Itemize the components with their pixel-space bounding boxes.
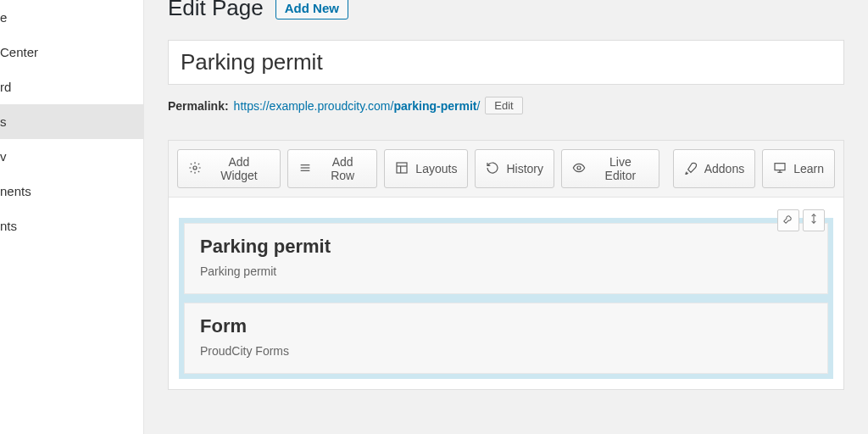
sidebar-item[interactable]: v	[0, 139, 143, 174]
sidebar-item[interactable]: nts	[0, 209, 143, 243]
add-widget-button[interactable]: Add Widget	[177, 149, 281, 188]
admin-sidebar: e Center rd s v nents nts	[0, 0, 144, 434]
permalink-slug: parking-permit	[393, 99, 476, 113]
permalink-link[interactable]: https://example.proudcity.com/parking-pe…	[234, 99, 481, 113]
toolbar-label: Add Row	[319, 155, 366, 182]
builder-toolbar: Add Widget Add Row Layouts History Live …	[169, 141, 843, 198]
sidebar-item[interactable]: nents	[0, 174, 143, 209]
gear-icon	[188, 161, 202, 177]
widget-title: Form	[200, 315, 812, 337]
row-settings-button[interactable]	[777, 209, 799, 231]
builder-row[interactable]: Parking permit Parking permit Form Proud…	[179, 218, 833, 379]
eye-icon	[572, 161, 586, 177]
history-button[interactable]: History	[475, 149, 554, 188]
toolbar-label: Add Widget	[209, 155, 270, 182]
page-title-input[interactable]	[168, 40, 844, 85]
live-editor-button[interactable]: Live Editor	[561, 149, 659, 188]
add-new-button[interactable]: Add New	[275, 0, 348, 19]
sidebar-item[interactable]: e	[0, 0, 143, 35]
history-icon	[486, 161, 499, 177]
permalink-label: Permalink:	[168, 99, 229, 113]
svg-rect-4	[397, 163, 407, 173]
move-vertical-icon	[808, 213, 820, 228]
sidebar-item[interactable]: Center	[0, 35, 143, 70]
sidebar-item[interactable]: rd	[0, 70, 143, 104]
layout-icon	[395, 161, 409, 177]
svg-point-7	[577, 166, 581, 170]
addons-button[interactable]: Addons	[673, 149, 755, 188]
widget-title: Parking permit	[200, 236, 812, 258]
widget-subtitle: ProudCity Forms	[200, 344, 812, 358]
toolbar-label: Addons	[704, 162, 744, 175]
permalink-edit-button[interactable]: Edit	[485, 97, 522, 114]
toolbar-label: Layouts	[415, 162, 457, 175]
svg-rect-8	[775, 163, 785, 170]
toolbar-label: Learn	[793, 162, 824, 175]
presentation-icon	[773, 161, 787, 177]
permalink-base: https://example.proudcity.com/	[234, 99, 394, 113]
builder-canvas: Parking permit Parking permit Form Proud…	[169, 198, 843, 389]
page-builder-panel: Add Widget Add Row Layouts History Live …	[168, 140, 844, 390]
rocket-icon	[684, 161, 698, 177]
widget-card[interactable]: Parking permit Parking permit	[184, 223, 828, 294]
row-move-button[interactable]	[803, 209, 825, 231]
layouts-button[interactable]: Layouts	[384, 149, 468, 188]
sidebar-item[interactable]: s	[0, 104, 143, 139]
rows-icon	[298, 161, 312, 177]
widget-subtitle: Parking permit	[200, 264, 812, 278]
main-content: Edit Page Add New Permalink: https://exa…	[144, 0, 868, 434]
page-heading: Edit Page	[168, 0, 264, 21]
wrench-icon	[782, 213, 794, 228]
toolbar-label: History	[506, 162, 543, 175]
widget-card[interactable]: Form ProudCity Forms	[184, 303, 828, 374]
learn-button[interactable]: Learn	[762, 149, 835, 188]
svg-point-0	[193, 166, 197, 170]
add-row-button[interactable]: Add Row	[287, 149, 377, 188]
toolbar-label: Live Editor	[593, 155, 648, 182]
permalink-trail: /	[476, 99, 480, 113]
